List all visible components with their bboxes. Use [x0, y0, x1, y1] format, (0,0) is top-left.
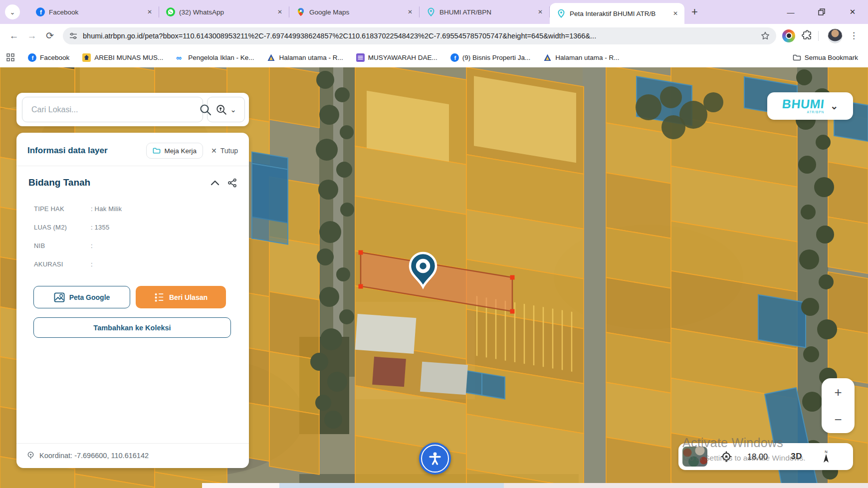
- chevron-down-icon: ⌄: [230, 105, 236, 114]
- tab-title: Google Maps: [309, 8, 402, 16]
- map-viewport: ⌄ Informasi data layer Meja Kerja ✕ Tutu…: [0, 67, 868, 488]
- search-input[interactable]: [22, 97, 203, 122]
- accessibility-person-icon: [427, 450, 443, 467]
- peta-google-label: Peta Google: [69, 293, 110, 301]
- window-controls: — ✕: [775, 0, 868, 24]
- bookmark-label: AREBI MUNAS MUS...: [94, 54, 163, 61]
- bookmark-halaman-utama-1[interactable]: Halaman utama - R...: [267, 53, 343, 62]
- field-tipe-hak: TIPE HAK : Hak Milik: [34, 205, 249, 213]
- tambahkan-label: Tambahkan ke Koleksi: [93, 324, 171, 332]
- facebook-icon: f: [450, 53, 459, 62]
- tab-google-maps[interactable]: Google Maps ✕: [289, 0, 419, 24]
- view-3d-button[interactable]: 3D: [791, 452, 802, 462]
- tab-bhumi[interactable]: BHUMI ATR/BPN ✕: [420, 0, 549, 24]
- my-location-button[interactable]: [720, 451, 732, 463]
- close-icon[interactable]: ✕: [276, 8, 284, 15]
- beri-ulasan-button[interactable]: Beri Ulasan: [136, 286, 226, 308]
- bookmark-label: Halaman utama - R...: [279, 54, 343, 61]
- tambahkan-ke-koleksi-button[interactable]: Tambahkan ke Koleksi: [33, 317, 231, 338]
- tutup-label: Tutup: [220, 147, 238, 155]
- all-bookmarks-button[interactable]: Semua Bookmark: [793, 53, 858, 62]
- extensions-puzzle-icon[interactable]: [801, 30, 813, 42]
- restore-button[interactable]: [806, 0, 837, 24]
- scrollbar-thumb[interactable]: [279, 483, 504, 488]
- search-icon[interactable]: [199, 103, 212, 116]
- whatsapp-icon: [166, 7, 175, 16]
- collapse-chevron-icon[interactable]: [211, 180, 219, 186]
- zoom-out-button[interactable]: −: [822, 413, 855, 426]
- restore-icon: [818, 8, 825, 15]
- chevron-down-icon: ⌄: [10, 8, 15, 16]
- horizontal-scrollbar[interactable]: [202, 483, 868, 488]
- house-icon: [82, 53, 91, 62]
- field-nib: NIB :: [34, 242, 249, 249]
- close-window-button[interactable]: ✕: [837, 0, 868, 24]
- address-bar[interactable]: bhumi.atrbpn.go.id/peta?bbox=110.6143008…: [63, 27, 776, 44]
- close-icon[interactable]: ✕: [671, 10, 679, 17]
- tab-whatsapp[interactable]: (32) WhatsApp ✕: [159, 0, 289, 24]
- facebook-icon: f: [28, 53, 36, 62]
- table-icon: [356, 53, 365, 62]
- tab-title: Facebook: [49, 8, 142, 16]
- parcel-search-icon: [216, 104, 227, 116]
- profile-avatar[interactable]: [828, 28, 843, 43]
- bookmark-pengelola-iklan[interactable]: ∞ Pengelola Iklan - Ke...: [176, 53, 254, 62]
- tab-search-button[interactable]: ⌄: [5, 4, 20, 19]
- streetview-thumbnail[interactable]: [682, 447, 707, 467]
- panel-title: Informasi data layer: [27, 146, 141, 156]
- chrome-menu-button[interactable]: ⋮: [847, 30, 861, 41]
- tab-peta-interaktif-active[interactable]: Peta Interaktif BHUMI ATR/B ✕: [550, 3, 684, 24]
- field-akurasi: AKURASI :: [34, 260, 249, 268]
- close-icon[interactable]: ✕: [146, 8, 154, 15]
- tutup-button[interactable]: ✕ Tutup: [208, 144, 241, 158]
- reload-button[interactable]: ⟳: [41, 27, 59, 45]
- field-value: :: [91, 242, 93, 249]
- bookmark-star-icon[interactable]: [760, 31, 770, 41]
- map-zoom-control: + −: [822, 378, 855, 433]
- parcel-fields: TIPE HAK : Hak Milik LUAS (M2) : 1355 NI…: [16, 192, 249, 268]
- peta-google-button[interactable]: Peta Google: [33, 286, 130, 308]
- bookmark-facebook[interactable]: f Facebook: [28, 53, 69, 62]
- chevron-down-icon[interactable]: ⌄: [830, 100, 838, 112]
- search-card: ⌄: [16, 93, 249, 126]
- close-icon[interactable]: ✕: [406, 8, 414, 15]
- svg-text:f: f: [32, 55, 34, 61]
- coordinates-row: Koordinat: -7.696600, 110.616142: [16, 444, 249, 468]
- bhumi-brand-card[interactable]: BHUMI ATR/BPN ⌄: [767, 92, 853, 120]
- tabs: f Facebook ✕ (32) WhatsApp ✕ Google Maps: [29, 0, 698, 24]
- search-mode-dropdown[interactable]: ⌄: [207, 97, 245, 122]
- site-settings-icon[interactable]: [69, 31, 78, 40]
- facebook-icon: f: [36, 7, 45, 16]
- apps-grid-icon[interactable]: [6, 53, 15, 62]
- bookmark-label: Facebook: [40, 54, 69, 61]
- accessibility-button[interactable]: [419, 443, 451, 475]
- bhumi-pin-icon: [557, 9, 566, 18]
- tab-facebook[interactable]: f Facebook ✕: [29, 0, 159, 24]
- google-maps-icon: [296, 7, 305, 16]
- new-tab-button[interactable]: +: [691, 5, 698, 18]
- compass-button[interactable]: N: [821, 450, 831, 464]
- coordinates-value: Koordinat: -7.696600, 110.616142: [39, 452, 149, 460]
- zoom-in-button[interactable]: +: [822, 386, 855, 399]
- bhumi-pin-icon: [427, 7, 435, 16]
- share-icon[interactable]: [227, 178, 237, 188]
- svg-text:f: f: [454, 55, 456, 61]
- bookmark-musyawarah[interactable]: MUSYAWARAH DAE...: [356, 53, 437, 62]
- field-label: AKURASI: [34, 260, 91, 268]
- meja-kerja-button[interactable]: Meja Kerja: [146, 143, 203, 159]
- folder-icon: [793, 53, 801, 62]
- forward-button[interactable]: →: [23, 27, 41, 45]
- all-bookmarks-label: Semua Bookmark: [805, 54, 858, 61]
- back-button[interactable]: ←: [5, 27, 23, 45]
- bhumi-logo: BHUMI ATR/BPN: [782, 98, 824, 114]
- bookmark-halaman-utama-2[interactable]: Halaman utama - R...: [543, 53, 619, 62]
- meja-kerja-label: Meja Kerja: [164, 147, 197, 155]
- map-bottom-toolbar: 18.00 3D N: [678, 443, 853, 470]
- bookmark-bisnis-properti[interactable]: f (9) Bisnis Properti Ja...: [450, 53, 531, 62]
- extension-lens-icon[interactable]: [782, 29, 795, 42]
- bookmark-arebi[interactable]: AREBI MUNAS MUS...: [82, 53, 163, 62]
- locate-crosshair-icon: [720, 451, 732, 463]
- close-icon[interactable]: ✕: [536, 8, 544, 15]
- triangle-a-icon: [267, 53, 275, 62]
- minimize-button[interactable]: —: [775, 0, 806, 24]
